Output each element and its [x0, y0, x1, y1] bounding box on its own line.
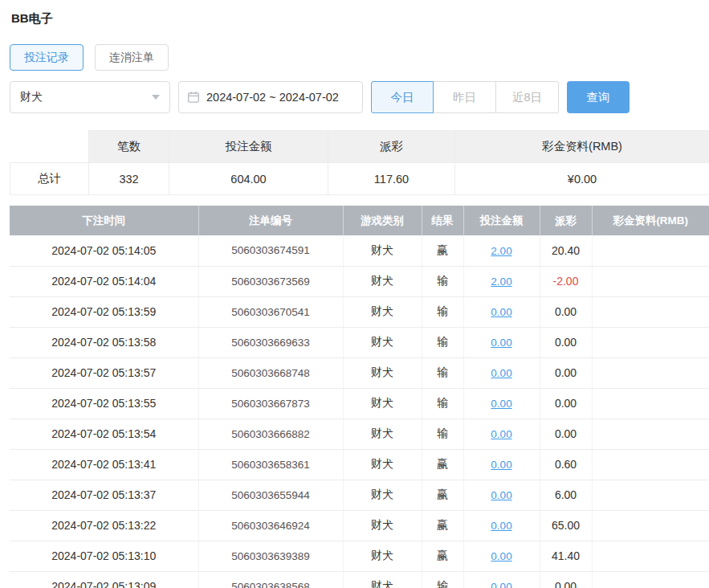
payout-value: 6.00: [540, 480, 592, 510]
payout-value: 20.40: [540, 235, 592, 266]
order-id: 5060303655944: [198, 480, 343, 510]
table-row: 2024-07-02 05:13:09 5060303638568 财犬 输 0…: [10, 571, 709, 588]
col-bet-amount: 投注金额: [463, 206, 540, 235]
game-type: 财犬: [343, 510, 422, 541]
tab-bar: 投注记录 连消注单: [10, 44, 709, 71]
payout-value: 0.60: [540, 449, 592, 480]
bet-result: 输: [422, 296, 463, 327]
summary-header-bet-amount: 投注金额: [169, 131, 328, 163]
bonus-value: [592, 571, 709, 588]
bet-result: 输: [422, 571, 463, 588]
tab-bet-records[interactable]: 投注记录: [10, 44, 84, 71]
game-select-value: 财犬: [20, 90, 43, 104]
bet-amount-link[interactable]: 2.00: [491, 276, 511, 288]
summary-header-blank: [10, 131, 89, 163]
game-type: 财犬: [343, 235, 422, 266]
payout-value: 41.40: [540, 541, 592, 571]
bet-amount-link[interactable]: 0.00: [491, 489, 511, 501]
bet-amount-link[interactable]: 0.00: [491, 398, 511, 410]
bonus-value: [592, 327, 709, 357]
order-id: 5060303667873: [198, 388, 343, 419]
today-button[interactable]: 今日: [371, 81, 434, 113]
bet-result: 赢: [422, 480, 463, 510]
col-game-type: 游戏类别: [343, 206, 422, 235]
order-id: 5060303669633: [198, 327, 343, 357]
bet-amount-link[interactable]: 0.00: [491, 428, 511, 440]
bet-time: 2024-07-02 05:13:58: [10, 327, 198, 357]
payout-value: 0.00: [540, 388, 592, 419]
calendar-icon: [187, 91, 200, 104]
col-order-id: 注单编号: [198, 206, 343, 235]
payout-value: 0.00: [540, 296, 592, 327]
bet-amount-link[interactable]: 0.00: [491, 337, 511, 349]
bonus-value: [592, 480, 709, 510]
page: BB电子 投注记录 连消注单 财犬 2024-07-02 ~ 2024-07-0…: [0, 0, 709, 588]
bet-amount-link[interactable]: 0.00: [491, 581, 511, 588]
table-row: 2024-07-02 05:13:57 5060303668748 财犬 输 0…: [10, 357, 709, 388]
order-id: 5060303666882: [198, 419, 343, 449]
table-row: 2024-07-02 05:13:37 5060303655944 财犬 赢 0…: [10, 480, 709, 510]
bet-result: 赢: [422, 235, 463, 266]
summary-header-row: 笔数 投注金额 派彩 彩金资料(RMB): [10, 131, 709, 163]
chevron-down-icon: [152, 95, 160, 100]
summary-total-bonus: ¥0.00: [455, 163, 709, 195]
table-row: 2024-07-02 05:13:54 5060303666882 财犬 输 0…: [10, 419, 709, 449]
bonus-value: [592, 235, 709, 266]
order-id: 5060303670541: [198, 296, 343, 327]
bet-result: 输: [422, 327, 463, 357]
summary-total-bet-amount: 604.00: [169, 163, 328, 195]
bonus-value: [592, 510, 709, 541]
order-id: 5060303639389: [198, 541, 343, 571]
page-title: BB电子: [10, 10, 709, 27]
bet-result: 输: [422, 357, 463, 388]
bet-amount-link[interactable]: 0.00: [491, 459, 511, 471]
bet-amount-link[interactable]: 2.00: [491, 245, 511, 257]
game-type: 财犬: [343, 266, 422, 296]
col-result: 结果: [422, 206, 463, 235]
col-bet-time: 下注时间: [10, 206, 198, 235]
table-row: 2024-07-02 05:13:22 5060303646924 财犬 赢 0…: [10, 510, 709, 541]
summary-header-payout: 派彩: [328, 131, 455, 163]
table-row: 2024-07-02 05:13:41 5060303658361 财犬 赢 0…: [10, 449, 709, 480]
game-type: 财犬: [343, 327, 422, 357]
payout-value: 0.00: [540, 357, 592, 388]
bet-amount-link[interactable]: 0.00: [491, 306, 511, 318]
table-row: 2024-07-02 05:14:05 5060303674591 财犬 赢 2…: [10, 235, 709, 266]
game-type: 财犬: [343, 388, 422, 419]
payout-value: 0.00: [540, 327, 592, 357]
bet-time: 2024-07-02 05:13:59: [10, 296, 198, 327]
yesterday-button[interactable]: 昨日: [434, 81, 496, 113]
game-select[interactable]: 财犬: [10, 81, 170, 113]
bonus-value: [592, 296, 709, 327]
bet-time: 2024-07-02 05:13:41: [10, 449, 198, 480]
table-row: 2024-07-02 05:13:59 5060303670541 财犬 输 0…: [10, 296, 709, 327]
date-range-input[interactable]: 2024-07-02 ~ 2024-07-02: [178, 81, 363, 113]
date-range-value: 2024-07-02 ~ 2024-07-02: [206, 91, 339, 104]
bet-time: 2024-07-02 05:13:09: [10, 571, 198, 588]
bonus-value: [592, 419, 709, 449]
last-8-days-button[interactable]: 近8日: [496, 81, 559, 113]
summary-header-bonus: 彩金资料(RMB): [455, 131, 709, 163]
summary-table: 笔数 投注金额 派彩 彩金资料(RMB) 总计 332 604.00 117.6…: [10, 130, 709, 195]
bet-result: 输: [422, 266, 463, 296]
bonus-value: [592, 388, 709, 419]
bet-amount-link[interactable]: 0.00: [491, 520, 511, 532]
bet-time: 2024-07-02 05:14:05: [10, 235, 198, 266]
bonus-value: [592, 266, 709, 296]
order-id: 5060303646924: [198, 510, 343, 541]
bet-result: 输: [422, 388, 463, 419]
bet-time: 2024-07-02 05:13:57: [10, 357, 198, 388]
bet-result: 赢: [422, 449, 463, 480]
bet-time: 2024-07-02 05:13:54: [10, 419, 198, 449]
quick-range-group: 今日 昨日 近8日: [371, 81, 559, 113]
table-row: 2024-07-02 05:14:04 5060303673569 财犬 输 2…: [10, 266, 709, 296]
query-button[interactable]: 查询: [567, 81, 630, 113]
bet-result: 赢: [422, 510, 463, 541]
summary-total-row: 总计 332 604.00 117.60 ¥0.00: [10, 163, 709, 195]
tab-cancelled-orders[interactable]: 连消注单: [95, 44, 169, 71]
bet-amount-link[interactable]: 0.00: [491, 367, 511, 379]
order-id: 5060303668748: [198, 357, 343, 388]
col-payout: 派彩: [540, 206, 592, 235]
bet-amount-link[interactable]: 0.00: [491, 550, 511, 562]
order-id: 5060303658361: [198, 449, 343, 480]
